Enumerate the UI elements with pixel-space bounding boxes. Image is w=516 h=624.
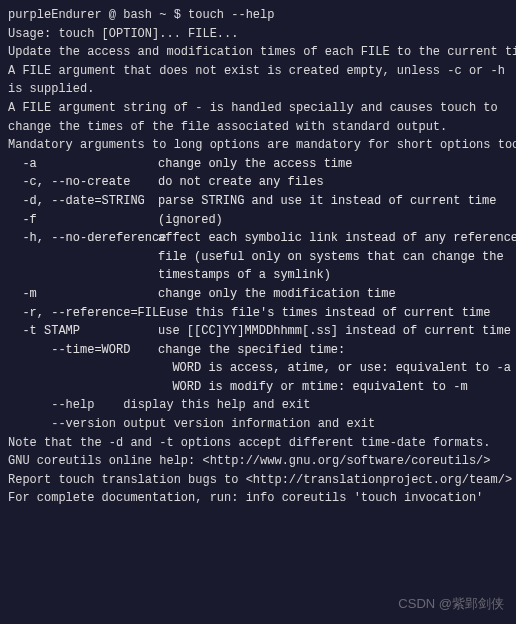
option-desc: (ignored)	[158, 211, 223, 230]
option-flag: -c, --no-create	[8, 173, 158, 192]
option-flag: -r, --reference=FILE	[8, 304, 166, 323]
option-row: WORD is modify or mtime: equivalent to -…	[8, 378, 508, 397]
option-flag: -t STAMP	[8, 322, 158, 341]
option-desc: do not create any files	[158, 173, 324, 192]
option-row: -r, --reference=FILEuse this file's time…	[8, 304, 508, 323]
mandatory-line: Mandatory arguments to long options are …	[8, 136, 508, 155]
option-flag: --time=WORD	[8, 341, 158, 360]
option-flag: -f	[8, 211, 158, 230]
option-row: --time=WORDchange the specified time:	[8, 341, 508, 360]
option-flag: -m	[8, 285, 158, 304]
option-desc: display this help and exit	[123, 398, 310, 412]
option-row: file (useful only on systems that can ch…	[8, 248, 508, 267]
option-flag: -a	[8, 155, 158, 174]
option-desc: timestamps of a symlink)	[158, 266, 331, 285]
description-line: is supplied.	[8, 80, 508, 99]
option-flag	[8, 378, 158, 397]
option-desc: parse STRING and use it instead of curre…	[158, 192, 496, 211]
shell-prompt[interactable]: purpleEndurer @ bash ~ $ touch --help	[8, 6, 508, 25]
option-desc: file (useful only on systems that can ch…	[158, 248, 504, 267]
option-flag	[8, 248, 158, 267]
option-flag	[8, 266, 158, 285]
footer-line: GNU coreutils online help: <http://www.g…	[8, 452, 508, 471]
option-desc: WORD is modify or mtime: equivalent to -…	[158, 378, 468, 397]
option-row: -d, --date=STRINGparse STRING and use it…	[8, 192, 508, 211]
description-line: change the times of the file associated …	[8, 118, 508, 137]
option-row: timestamps of a symlink)	[8, 266, 508, 285]
option-desc: use this file's times instead of current…	[166, 304, 490, 323]
option-row: -t STAMPuse [[CC]YY]MMDDhhmm[.ss] instea…	[8, 322, 508, 341]
option-row: --version output version information and…	[8, 415, 508, 434]
usage-line: Usage: touch [OPTION]... FILE...	[8, 25, 508, 44]
option-row: -achange only the access time	[8, 155, 508, 174]
option-flag	[8, 359, 158, 378]
option-desc: change only the modification time	[158, 285, 396, 304]
option-desc: affect each symbolic link instead of any…	[158, 229, 516, 248]
description-line: A FILE argument string of - is handled s…	[8, 99, 508, 118]
option-flag: -d, --date=STRING	[8, 192, 158, 211]
option-row: -mchange only the modification time	[8, 285, 508, 304]
option-row: --help display this help and exit	[8, 396, 508, 415]
watermark: CSDN @紫郢剑侠	[398, 594, 504, 614]
option-flag: --version	[8, 417, 116, 431]
option-desc: change only the access time	[158, 155, 352, 174]
option-row: -h, --no-dereferenceaffect each symbolic…	[8, 229, 508, 248]
option-desc: use [[CC]YY]MMDDhhmm[.ss] instead of cur…	[158, 322, 511, 341]
option-row: -f(ignored)	[8, 211, 508, 230]
option-flag: --help	[8, 398, 94, 412]
footer-line: Report touch translation bugs to <http:/…	[8, 471, 508, 490]
option-desc: change the specified time:	[158, 341, 345, 360]
option-desc: output version information and exit	[123, 417, 375, 431]
note-line: Note that the -d and -t options accept d…	[8, 434, 508, 453]
footer-line: For complete documentation, run: info co…	[8, 489, 508, 508]
option-row: -c, --no-createdo not create any files	[8, 173, 508, 192]
description-line: Update the access and modification times…	[8, 43, 508, 62]
option-row: WORD is access, atime, or use: equivalen…	[8, 359, 508, 378]
option-desc: WORD is access, atime, or use: equivalen…	[158, 359, 511, 378]
option-flag: -h, --no-dereference	[8, 229, 158, 248]
description-line: A FILE argument that does not exist is c…	[8, 62, 508, 81]
